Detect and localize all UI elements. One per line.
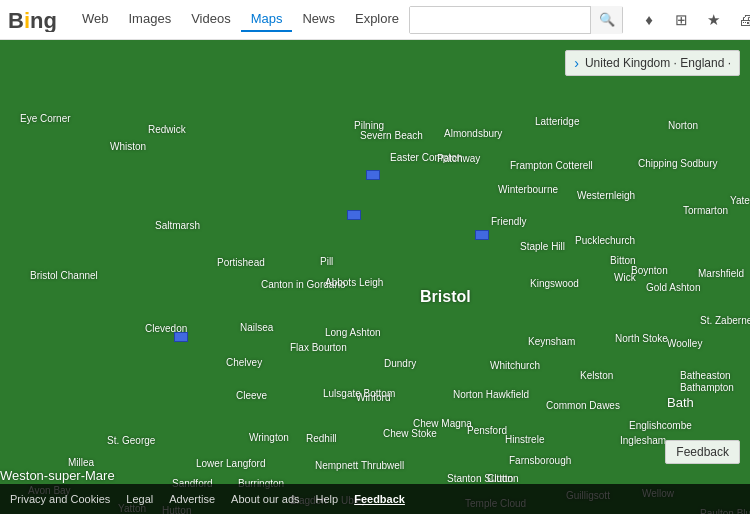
bing-logo[interactable]: Bing — [8, 8, 60, 32]
map-label: Eye Corner — [20, 113, 71, 124]
map-marker[interactable] — [475, 230, 489, 240]
map-label: Cleeve — [236, 390, 267, 401]
map-label: Nempnett Thrubwell — [315, 460, 404, 471]
footer-bar: Privacy and Cookies Legal Advertise Abou… — [0, 484, 750, 514]
map-label: Englishcombe — [629, 420, 692, 431]
map-label: Norton — [668, 120, 698, 131]
map-label: Tormarton — [683, 205, 728, 216]
map-label: Lulsgate Bottom — [323, 388, 395, 399]
map-label: Bath — [667, 395, 694, 410]
map-label: Abbots Leigh — [325, 277, 383, 288]
map-label: Latteridge — [535, 116, 579, 127]
map-label: Pilning — [354, 120, 384, 131]
map-marker[interactable] — [347, 210, 361, 220]
map-label: St. Zabernee — [700, 315, 750, 326]
footer-feedback[interactable]: Feedback — [354, 493, 405, 505]
nav-explore[interactable]: Explore — [345, 7, 409, 32]
nav-web[interactable]: Web — [72, 7, 119, 32]
map-label: Batheaston — [680, 370, 731, 381]
map-label: Friendly — [491, 216, 527, 227]
map-label: Kingswood — [530, 278, 579, 289]
map-label: Flax Bourton — [290, 342, 347, 353]
map-label: Bathampton — [680, 382, 734, 393]
map-label: Frampton Cotterell — [510, 160, 593, 171]
layers-icon[interactable]: ⊞ — [667, 6, 695, 34]
toolbar-icons: ♦ ⊞ ★ 🖨 ⊕ — [635, 6, 750, 34]
map-label: Severn Beach — [360, 130, 423, 141]
map-label: Hinstrele — [505, 434, 544, 445]
map-label: Norton Hawkfield — [453, 389, 529, 400]
footer-help[interactable]: Help — [316, 493, 339, 505]
location-box[interactable]: › United Kingdom · England · — [565, 50, 740, 76]
map-label: North Stoke — [615, 333, 668, 344]
map-label: Chipping Sodbury — [638, 158, 718, 169]
map-marker[interactable] — [174, 332, 188, 342]
map-label: Redhill — [306, 433, 337, 444]
map-label: Pill — [320, 256, 333, 267]
map-label: Almondsbury — [444, 128, 502, 139]
map-label: Millea — [68, 457, 94, 468]
map-label: Winford — [356, 392, 390, 403]
map-label: Canton in Gordano — [261, 279, 346, 290]
footer-advertise[interactable]: Advertise — [169, 493, 215, 505]
map-label: Pensford — [467, 425, 507, 436]
map-label: Dundry — [384, 358, 416, 369]
map-label: Lower Langford — [196, 458, 266, 469]
map-label: Bitton — [610, 255, 636, 266]
map-label: Long Ashton — [325, 327, 381, 338]
map-label: Easter Compton — [390, 152, 462, 163]
map-label: Nailsea — [240, 322, 273, 333]
map-label: Wick — [614, 272, 636, 283]
footer-about-ads[interactable]: About our ads — [231, 493, 300, 505]
search-bar: 🔍 — [409, 6, 623, 34]
map-label: Kelston — [580, 370, 613, 381]
map-label: Yate — [730, 195, 750, 206]
nav-maps[interactable]: Maps — [241, 7, 293, 32]
map-label: Redwick — [148, 124, 186, 135]
search-input[interactable] — [410, 7, 590, 33]
map-label: Inglesham — [620, 435, 666, 446]
map-label: Whiston — [110, 141, 146, 152]
nav-news[interactable]: News — [292, 7, 345, 32]
print-icon[interactable]: 🖨 — [731, 6, 750, 34]
map-label: Clutton — [487, 473, 519, 484]
map-label: Weston-super-Mare — [0, 468, 115, 483]
footer-privacy[interactable]: Privacy and Cookies — [10, 493, 110, 505]
search-button[interactable]: 🔍 — [590, 6, 622, 34]
location-text: United Kingdom · England · — [585, 56, 731, 70]
map-marker[interactable] — [366, 170, 380, 180]
map-label: Portishead — [217, 257, 265, 268]
nav-videos[interactable]: Videos — [181, 7, 241, 32]
map-label: Keynsham — [528, 336, 575, 347]
map-label: St. George — [107, 435, 155, 446]
map-label: Chew Magna — [413, 418, 472, 429]
svg-text:Bing: Bing — [8, 8, 57, 32]
map-label: Staple Hill — [520, 241, 565, 252]
feedback-button[interactable]: Feedback — [665, 440, 740, 464]
map-label: Farnsborough — [509, 455, 571, 466]
map-container[interactable]: › United Kingdom · England · Eye CornerR… — [0, 40, 750, 514]
map-label: Common Dawes — [546, 400, 620, 411]
map-label: Marshfield — [698, 268, 744, 279]
diamond-icon[interactable]: ♦ — [635, 6, 663, 34]
nav-images[interactable]: Images — [119, 7, 182, 32]
bookmark-icon[interactable]: ★ — [699, 6, 727, 34]
map-label: Chelvey — [226, 357, 262, 368]
location-arrow[interactable]: › — [574, 55, 579, 71]
map-label: Chew Stoke — [383, 428, 437, 439]
map-label: Woolley — [667, 338, 702, 349]
map-label: Winterbourne — [498, 184, 558, 195]
map-label: Saltmarsh — [155, 220, 200, 231]
footer-legal[interactable]: Legal — [126, 493, 153, 505]
map-label: Whitchurch — [490, 360, 540, 371]
map-label: Pucklechurch — [575, 235, 635, 246]
map-label: Westernleigh — [577, 190, 635, 201]
main-nav: Web Images Videos Maps News Explore — [72, 7, 409, 32]
map-label: Patchway — [437, 153, 480, 164]
map-label: Bristol — [420, 288, 471, 306]
map-label: Boynton — [631, 265, 668, 276]
map-label: Bristol Channel — [30, 270, 98, 281]
header: Bing Web Images Videos Maps News Explore… — [0, 0, 750, 40]
map-label: Stanton Sutton — [447, 473, 513, 484]
map-label: Wrington — [249, 432, 289, 443]
